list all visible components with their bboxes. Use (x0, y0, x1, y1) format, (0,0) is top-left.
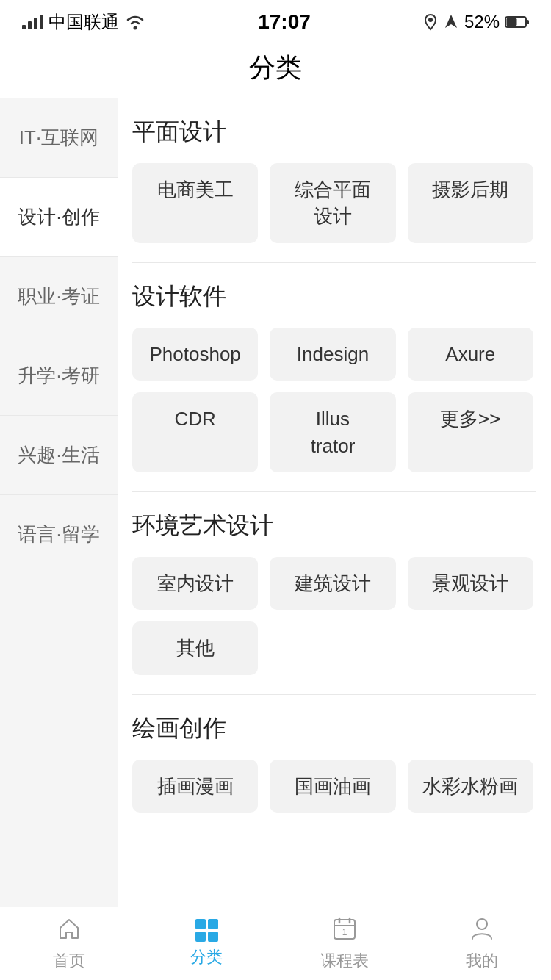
category-title-env-art: 环境艺术设计 (132, 510, 536, 542)
battery-icon (505, 15, 529, 29)
category-title-painting: 绘画创作 (132, 713, 536, 745)
svg-point-15 (477, 919, 487, 929)
tag-grid-design-software: Photoshop Indesign Axure CDR Illus trato… (132, 328, 536, 472)
svg-rect-2 (34, 18, 37, 29)
nav-schedule-label: 课程表 (320, 950, 369, 972)
tag-landscape[interactable]: 景观设计 (408, 557, 533, 610)
nav-category[interactable]: 分类 (138, 919, 276, 968)
tag-photo-post[interactable]: 摄影后期 (408, 163, 533, 243)
wifi-icon (125, 14, 145, 30)
right-content: 平面设计 电商美工 综合平面 设计 摄影后期 设计软件 Photoshop In… (118, 98, 551, 914)
signal-icon (22, 15, 43, 29)
tag-architecture[interactable]: 建筑设计 (270, 557, 395, 610)
category-env-art: 环境艺术设计 室内设计 建筑设计 景观设计 其他 (132, 492, 536, 695)
tag-illustration-comic[interactable]: 插画漫画 (132, 760, 258, 813)
svg-marker-6 (445, 15, 457, 28)
status-left: 中国联通 (22, 10, 145, 34)
category-icon (195, 919, 218, 942)
category-title-design-software: 设计软件 (132, 281, 536, 313)
tag-comprehensive-graphic[interactable]: 综合平面 设计 (270, 163, 395, 243)
svg-rect-9 (527, 20, 529, 24)
sidebar-item-university[interactable]: 升学·考研 (0, 336, 118, 416)
svg-rect-3 (40, 15, 43, 29)
home-icon (57, 916, 82, 945)
sidebar-item-hobby[interactable]: 兴趣·生活 (0, 416, 118, 495)
sidebar-item-it[interactable]: IT·互联网 (0, 98, 118, 178)
tag-illustrator[interactable]: Illus trator (270, 392, 395, 472)
battery-label: 52% (464, 12, 500, 32)
tag-more[interactable]: 更多>> (408, 392, 533, 472)
profile-icon (469, 916, 494, 945)
nav-category-label: 分类 (190, 946, 223, 968)
nav-profile[interactable]: 我的 (414, 916, 552, 972)
svg-rect-1 (28, 21, 32, 29)
carrier-label: 中国联通 (48, 10, 119, 34)
nav-schedule[interactable]: 1 课程表 (276, 916, 414, 972)
nav-home[interactable]: 首页 (0, 916, 138, 972)
tag-interior[interactable]: 室内设计 (132, 557, 258, 610)
svg-text:1: 1 (342, 927, 347, 937)
tag-grid-env-art: 室内设计 建筑设计 景观设计 其他 (132, 557, 536, 675)
tag-cdr[interactable]: CDR (132, 392, 258, 472)
nav-home-label: 首页 (53, 950, 85, 972)
status-time: 17:07 (145, 10, 423, 34)
status-bar: 中国联通 17:07 52% (0, 0, 551, 40)
tag-indesign[interactable]: Indesign (270, 328, 395, 381)
svg-point-4 (134, 26, 137, 30)
svg-rect-0 (22, 25, 26, 29)
category-graphic-design: 平面设计 电商美工 综合平面 设计 摄影后期 (132, 98, 536, 263)
category-title-graphic-design: 平面设计 (132, 116, 536, 148)
nav-profile-label: 我的 (466, 950, 498, 972)
svg-point-5 (428, 18, 433, 22)
tag-ecom-beauty[interactable]: 电商美工 (132, 163, 258, 243)
location-icon (423, 13, 438, 31)
svg-rect-8 (507, 18, 517, 26)
main-content: IT·互联网 设计·创作 职业·考证 升学·考研 兴趣·生活 语言·留学 平面设… (0, 98, 551, 914)
tag-other[interactable]: 其他 (132, 621, 258, 674)
sidebar: IT·互联网 设计·创作 职业·考证 升学·考研 兴趣·生活 语言·留学 (0, 98, 118, 914)
sidebar-item-design-create[interactable]: 设计·创作 (0, 178, 118, 257)
calendar-icon: 1 (332, 916, 357, 945)
tag-grid-painting: 插画漫画 国画油画 水彩水粉画 (132, 760, 536, 813)
sidebar-item-language[interactable]: 语言·留学 (0, 495, 118, 574)
category-painting: 绘画创作 插画漫画 国画油画 水彩水粉画 (132, 695, 536, 832)
page-title: 分类 (0, 40, 551, 98)
tag-watercolor[interactable]: 水彩水粉画 (408, 760, 533, 813)
tag-axure[interactable]: Axure (408, 328, 533, 381)
navigation-icon (444, 13, 458, 31)
status-right: 52% (423, 12, 529, 32)
category-design-software: 设计软件 Photoshop Indesign Axure CDR Illus … (132, 263, 536, 492)
tag-chinese-oil[interactable]: 国画油画 (270, 760, 395, 813)
tag-grid-graphic-design: 电商美工 综合平面 设计 摄影后期 (132, 163, 536, 243)
sidebar-item-career[interactable]: 职业·考证 (0, 257, 118, 336)
tag-photoshop[interactable]: Photoshop (132, 328, 258, 381)
bottom-nav: 首页 分类 1 课程表 (0, 907, 551, 980)
